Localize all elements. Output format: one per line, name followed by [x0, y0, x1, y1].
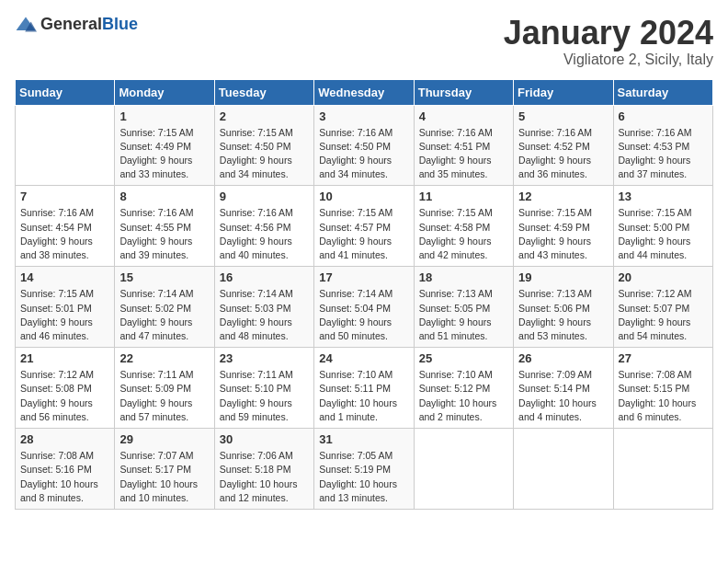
day-number: 8	[119, 190, 209, 203]
day-info: Sunrise: 7:15 AMSunset: 4:50 PMDaylight:…	[220, 126, 309, 182]
day-number: 18	[419, 270, 508, 284]
day-number: 25	[419, 351, 508, 365]
day-number: 31	[319, 432, 408, 446]
title-section: January 2024 Vigliatore 2, Sicily, Italy	[504, 15, 713, 68]
day-info: Sunrise: 7:16 AMSunset: 4:52 PMDaylight:…	[518, 126, 608, 182]
day-number: 23	[220, 351, 309, 365]
calendar-cell: 10Sunrise: 7:15 AMSunset: 4:57 PMDayligh…	[314, 186, 414, 267]
calendar-cell: 3Sunrise: 7:16 AMSunset: 4:50 PMDaylight…	[314, 105, 414, 186]
day-number: 15	[119, 270, 209, 284]
logo-general: General	[40, 15, 102, 33]
day-number: 27	[619, 351, 708, 365]
day-info: Sunrise: 7:12 AMSunset: 5:07 PMDaylight:…	[619, 287, 708, 343]
day-number: 26	[518, 351, 608, 365]
day-info: Sunrise: 7:08 AMSunset: 5:15 PMDaylight:…	[619, 368, 708, 424]
calendar-cell: 18Sunrise: 7:13 AMSunset: 5:05 PMDayligh…	[414, 267, 513, 348]
day-number: 1	[119, 109, 209, 123]
day-info: Sunrise: 7:06 AMSunset: 5:18 PMDaylight:…	[220, 449, 309, 505]
header-day-monday: Monday	[115, 79, 214, 105]
day-info: Sunrise: 7:11 AMSunset: 5:09 PMDaylight:…	[119, 368, 209, 424]
day-info: Sunrise: 7:15 AMSunset: 4:58 PMDaylight:…	[419, 206, 508, 262]
day-info: Sunrise: 7:16 AMSunset: 4:55 PMDaylight:…	[119, 206, 209, 262]
calendar-cell: 20Sunrise: 7:12 AMSunset: 5:07 PMDayligh…	[613, 267, 712, 348]
calendar-cell: 30Sunrise: 7:06 AMSunset: 5:18 PMDayligh…	[214, 429, 313, 510]
calendar-cell: 1Sunrise: 7:15 AMSunset: 4:49 PMDaylight…	[115, 105, 214, 186]
header-day-wednesday: Wednesday	[314, 79, 414, 105]
logo-blue: Blue	[102, 15, 138, 33]
header-day-friday: Friday	[514, 79, 613, 105]
day-number: 30	[220, 432, 309, 446]
calendar-subtitle: Vigliatore 2, Sicily, Italy	[504, 52, 713, 68]
calendar-cell: 14Sunrise: 7:15 AMSunset: 5:01 PMDayligh…	[16, 267, 115, 348]
day-number: 10	[319, 190, 408, 203]
day-number: 2	[220, 109, 309, 123]
week-row-2: 14Sunrise: 7:15 AMSunset: 5:01 PMDayligh…	[16, 267, 713, 348]
calendar-cell: 9Sunrise: 7:16 AMSunset: 4:56 PMDaylight…	[214, 186, 313, 267]
day-number: 16	[220, 270, 309, 284]
calendar-cell: 11Sunrise: 7:15 AMSunset: 4:58 PMDayligh…	[414, 186, 513, 267]
week-row-4: 28Sunrise: 7:08 AMSunset: 5:16 PMDayligh…	[16, 429, 713, 510]
day-info: Sunrise: 7:11 AMSunset: 5:10 PMDaylight:…	[220, 368, 309, 424]
calendar-cell: 22Sunrise: 7:11 AMSunset: 5:09 PMDayligh…	[115, 348, 214, 429]
day-info: Sunrise: 7:15 AMSunset: 4:49 PMDaylight:…	[119, 126, 209, 182]
calendar-cell: 13Sunrise: 7:15 AMSunset: 5:00 PMDayligh…	[613, 186, 712, 267]
day-number: 17	[319, 270, 408, 284]
page-header: GeneralBlue January 2024 Vigliatore 2, S…	[15, 15, 713, 68]
day-info: Sunrise: 7:16 AMSunset: 4:56 PMDaylight:…	[220, 206, 309, 262]
calendar-cell: 15Sunrise: 7:14 AMSunset: 5:02 PMDayligh…	[115, 267, 214, 348]
calendar-cell	[514, 429, 613, 510]
day-number: 22	[119, 351, 209, 365]
day-number: 4	[419, 109, 508, 123]
day-info: Sunrise: 7:13 AMSunset: 5:06 PMDaylight:…	[518, 287, 608, 343]
calendar-cell: 29Sunrise: 7:07 AMSunset: 5:17 PMDayligh…	[115, 429, 214, 510]
day-info: Sunrise: 7:16 AMSunset: 4:51 PMDaylight:…	[419, 126, 508, 182]
calendar-cell: 7Sunrise: 7:16 AMSunset: 4:54 PMDaylight…	[16, 186, 115, 267]
day-info: Sunrise: 7:15 AMSunset: 4:57 PMDaylight:…	[319, 206, 408, 262]
calendar-cell: 2Sunrise: 7:15 AMSunset: 4:50 PMDaylight…	[214, 105, 313, 186]
calendar-cell: 4Sunrise: 7:16 AMSunset: 4:51 PMDaylight…	[414, 105, 513, 186]
day-info: Sunrise: 7:16 AMSunset: 4:53 PMDaylight:…	[619, 126, 708, 182]
day-info: Sunrise: 7:13 AMSunset: 5:05 PMDaylight:…	[419, 287, 508, 343]
calendar-cell: 28Sunrise: 7:08 AMSunset: 5:16 PMDayligh…	[16, 429, 115, 510]
day-info: Sunrise: 7:12 AMSunset: 5:08 PMDaylight:…	[20, 368, 109, 424]
calendar-body: 1Sunrise: 7:15 AMSunset: 4:49 PMDaylight…	[16, 105, 713, 509]
day-number: 24	[319, 351, 408, 365]
header-day-thursday: Thursday	[414, 79, 513, 105]
logo-icon	[15, 16, 37, 34]
day-number: 9	[220, 190, 309, 203]
calendar-cell	[16, 105, 115, 186]
calendar-cell: 8Sunrise: 7:16 AMSunset: 4:55 PMDaylight…	[115, 186, 214, 267]
calendar-cell	[414, 429, 513, 510]
week-row-0: 1Sunrise: 7:15 AMSunset: 4:49 PMDaylight…	[16, 105, 713, 186]
day-number: 11	[419, 190, 508, 203]
header-day-sunday: Sunday	[16, 79, 115, 105]
day-info: Sunrise: 7:16 AMSunset: 4:54 PMDaylight:…	[20, 206, 109, 262]
day-info: Sunrise: 7:15 AMSunset: 5:01 PMDaylight:…	[20, 287, 109, 343]
day-info: Sunrise: 7:08 AMSunset: 5:16 PMDaylight:…	[20, 449, 109, 505]
header-row: SundayMondayTuesdayWednesdayThursdayFrid…	[16, 79, 713, 105]
day-number: 12	[518, 190, 608, 203]
day-info: Sunrise: 7:07 AMSunset: 5:17 PMDaylight:…	[119, 449, 209, 505]
calendar-cell: 31Sunrise: 7:05 AMSunset: 5:19 PMDayligh…	[314, 429, 414, 510]
day-info: Sunrise: 7:10 AMSunset: 5:11 PMDaylight:…	[319, 368, 408, 424]
calendar-table: SundayMondayTuesdayWednesdayThursdayFrid…	[15, 79, 713, 510]
day-number: 28	[20, 432, 109, 446]
calendar-cell: 25Sunrise: 7:10 AMSunset: 5:12 PMDayligh…	[414, 348, 513, 429]
day-number: 6	[619, 109, 708, 123]
calendar-title: January 2024	[504, 15, 713, 52]
week-row-1: 7Sunrise: 7:16 AMSunset: 4:54 PMDaylight…	[16, 186, 713, 267]
day-number: 21	[20, 351, 109, 365]
day-number: 29	[119, 432, 209, 446]
day-info: Sunrise: 7:15 AMSunset: 4:59 PMDaylight:…	[518, 206, 608, 262]
logo: GeneralBlue	[15, 15, 138, 34]
day-info: Sunrise: 7:15 AMSunset: 5:00 PMDaylight:…	[619, 206, 708, 262]
calendar-cell: 19Sunrise: 7:13 AMSunset: 5:06 PMDayligh…	[514, 267, 613, 348]
calendar-cell	[613, 429, 712, 510]
logo-text: GeneralBlue	[40, 15, 138, 34]
calendar-cell: 21Sunrise: 7:12 AMSunset: 5:08 PMDayligh…	[16, 348, 115, 429]
calendar-cell: 27Sunrise: 7:08 AMSunset: 5:15 PMDayligh…	[613, 348, 712, 429]
day-number: 20	[619, 270, 708, 284]
calendar-header: SundayMondayTuesdayWednesdayThursdayFrid…	[16, 79, 713, 105]
day-number: 19	[518, 270, 608, 284]
calendar-cell: 6Sunrise: 7:16 AMSunset: 4:53 PMDaylight…	[613, 105, 712, 186]
